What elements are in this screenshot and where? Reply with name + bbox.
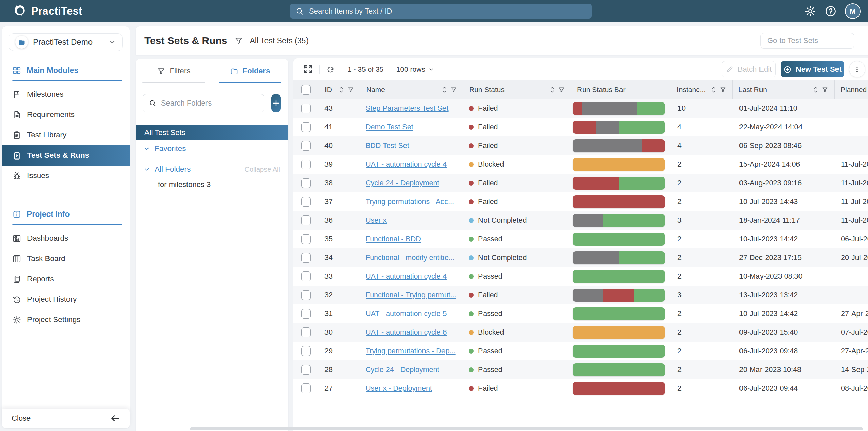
row-checkbox[interactable] bbox=[301, 290, 311, 300]
row-checkbox[interactable] bbox=[301, 160, 311, 169]
sidebar-item[interactable]: Project Settings bbox=[2, 310, 130, 330]
table-row[interactable]: 36 User x Not Completed 3 18-Jan-2024 11… bbox=[293, 211, 868, 230]
row-checkbox[interactable] bbox=[301, 346, 311, 356]
collapse-all-button[interactable]: Collapse All bbox=[244, 166, 280, 173]
row-checkbox[interactable] bbox=[301, 365, 311, 375]
row-checkbox[interactable] bbox=[301, 104, 311, 113]
table-row[interactable]: 28 Cycle 24 - Deployment Passed 2 20-Mar… bbox=[293, 360, 868, 379]
sidebar-item[interactable]: Project History bbox=[2, 289, 130, 310]
table-row[interactable]: 38 Cycle 24 - Deployment Failed 2 03-Aug… bbox=[293, 174, 868, 192]
row-checkbox[interactable] bbox=[301, 309, 311, 319]
folder-all-test-sets-selected[interactable]: All Test Sets bbox=[136, 125, 288, 140]
sidebar-item[interactable]: Test Library bbox=[2, 125, 130, 145]
table-row[interactable]: 39 UAT - automation cycle 4 Blocked 2 15… bbox=[293, 155, 868, 174]
table-row[interactable]: 30 UAT - automation cycle 6 Blocked 2 09… bbox=[293, 323, 868, 342]
column-header-run-status-bar[interactable]: Run Status Bar bbox=[571, 80, 671, 99]
panel-tab[interactable]: Filters bbox=[136, 59, 212, 83]
row-checkbox[interactable] bbox=[301, 234, 311, 244]
test-set-link[interactable]: Trying permutations - Acc... bbox=[366, 198, 454, 206]
new-test-set-button[interactable]: New Test Set bbox=[781, 61, 844, 77]
select-all-checkbox[interactable] bbox=[301, 85, 311, 95]
filter-icon[interactable] bbox=[558, 86, 565, 93]
sidebar-item[interactable]: Requirements bbox=[2, 105, 130, 125]
test-set-link[interactable]: UAT - automation cycle 6 bbox=[366, 328, 447, 337]
sidebar-item[interactable]: Task Board bbox=[2, 248, 130, 269]
row-checkbox[interactable] bbox=[301, 327, 311, 337]
row-checkbox[interactable] bbox=[301, 141, 311, 151]
sidebar-item[interactable]: Milestones bbox=[2, 84, 130, 105]
filter-icon[interactable] bbox=[347, 86, 354, 93]
avatar[interactable]: M bbox=[845, 3, 861, 19]
table-row[interactable]: 33 UAT - automation cycle 4 Passed 2 10-… bbox=[293, 267, 868, 286]
test-set-link[interactable]: Functional - BDD bbox=[366, 235, 421, 243]
table-row[interactable]: 27 User x - Deployment Failed 2 06-Jul-2… bbox=[293, 379, 868, 398]
filter-icon[interactable] bbox=[719, 86, 726, 93]
table-row[interactable]: 31 UAT - automation cycle 5 Passed 2 10-… bbox=[293, 304, 868, 323]
table-row[interactable]: 40 BDD Test Set Failed 4 06-Sep-2023 08:… bbox=[293, 136, 868, 155]
test-set-link[interactable]: User x - Deployment bbox=[366, 384, 432, 393]
column-header-run-status[interactable]: Run Status bbox=[463, 80, 571, 99]
sidebar-collapse-button[interactable]: Close bbox=[2, 409, 130, 428]
row-checkbox[interactable] bbox=[301, 271, 311, 281]
sidebar-item[interactable]: Issues bbox=[2, 166, 130, 186]
sort-icon[interactable] bbox=[339, 86, 344, 94]
help-icon[interactable] bbox=[825, 5, 837, 17]
table-row[interactable]: 29 Trying permutations - Dep... Passed 2… bbox=[293, 342, 868, 360]
table-row[interactable]: 34 Functional - modify entitie... Not Co… bbox=[293, 248, 868, 267]
test-set-link[interactable]: UAT - automation cycle 4 bbox=[366, 160, 447, 169]
more-options-button[interactable] bbox=[849, 61, 865, 77]
table-row[interactable]: 41 Demo Test Set Failed 4 22-May-2024 14… bbox=[293, 118, 868, 136]
rows-per-page-select[interactable]: 100 rows bbox=[396, 65, 435, 73]
row-checkbox[interactable] bbox=[301, 253, 311, 263]
test-set-link[interactable]: Functional - modify entitie... bbox=[366, 254, 455, 262]
test-set-link[interactable]: Step Parameters Test Set bbox=[366, 104, 449, 113]
filter-icon[interactable] bbox=[822, 86, 828, 93]
table-row[interactable]: 43 Step Parameters Test Set Failed 10 01… bbox=[293, 99, 868, 118]
folder-search[interactable] bbox=[143, 94, 264, 112]
folder-item[interactable]: for milestones 3 bbox=[136, 177, 288, 192]
goto-test-sets-input[interactable] bbox=[760, 33, 854, 49]
sidebar-item[interactable]: Dashboards bbox=[2, 228, 130, 248]
test-set-link[interactable]: BDD Test Set bbox=[366, 142, 409, 150]
row-checkbox[interactable] bbox=[301, 178, 311, 188]
row-checkbox[interactable] bbox=[301, 122, 311, 132]
folder-search-input[interactable] bbox=[161, 99, 259, 108]
favorites-toggle[interactable]: Favorites bbox=[136, 140, 288, 157]
global-search-input[interactable] bbox=[309, 7, 586, 16]
test-set-link[interactable]: UAT - automation cycle 5 bbox=[366, 310, 447, 318]
row-checkbox[interactable] bbox=[301, 215, 311, 225]
all-folders-toggle[interactable]: All Folders Collapse All bbox=[136, 161, 288, 177]
sort-icon[interactable] bbox=[550, 86, 555, 94]
test-set-link[interactable]: Demo Test Set bbox=[366, 123, 413, 131]
add-folder-button[interactable] bbox=[271, 94, 281, 112]
filter-icon[interactable] bbox=[450, 86, 457, 93]
test-set-link[interactable]: User x bbox=[366, 216, 387, 225]
horizontal-scrollbar[interactable] bbox=[190, 427, 863, 430]
column-header-instances[interactable]: Instanc... bbox=[671, 80, 732, 99]
panel-tab[interactable]: Folders bbox=[212, 59, 288, 83]
project-selector[interactable]: PractiTest Demo bbox=[9, 33, 123, 51]
column-header-planned[interactable]: Planned bbox=[834, 80, 868, 99]
test-set-link[interactable]: Cycle 24 - Deployment bbox=[366, 366, 439, 374]
test-set-link[interactable]: Cycle 24 - Deployment bbox=[366, 179, 439, 187]
expand-icon[interactable] bbox=[303, 64, 313, 74]
global-search[interactable] bbox=[290, 4, 592, 19]
gear-icon[interactable] bbox=[804, 5, 816, 17]
sort-icon[interactable] bbox=[711, 86, 716, 94]
table-row[interactable]: 32 Functional - Trying permut... Failed … bbox=[293, 286, 868, 304]
batch-edit-button[interactable]: Batch Edit bbox=[722, 61, 776, 77]
table-row[interactable]: 35 Functional - BDD Passed 2 10-Jul-2023… bbox=[293, 230, 868, 248]
table-row[interactable]: 37 Trying permutations - Acc... Failed 2… bbox=[293, 192, 868, 211]
sort-icon[interactable] bbox=[442, 86, 447, 94]
column-header-id[interactable]: ID bbox=[319, 80, 360, 99]
row-checkbox[interactable] bbox=[301, 197, 311, 207]
test-set-link[interactable]: UAT - automation cycle 4 bbox=[366, 272, 447, 281]
test-set-link[interactable]: Functional - Trying permut... bbox=[366, 291, 456, 299]
sidebar-item[interactable]: Reports bbox=[2, 269, 130, 289]
sort-icon[interactable] bbox=[813, 86, 818, 94]
row-checkbox[interactable] bbox=[301, 383, 311, 393]
sidebar-item[interactable]: Test Sets & Runs bbox=[2, 145, 130, 166]
refresh-icon[interactable] bbox=[326, 65, 335, 74]
column-header-name[interactable]: Name bbox=[360, 80, 463, 99]
column-header-last-run[interactable]: Last Run bbox=[732, 80, 834, 99]
